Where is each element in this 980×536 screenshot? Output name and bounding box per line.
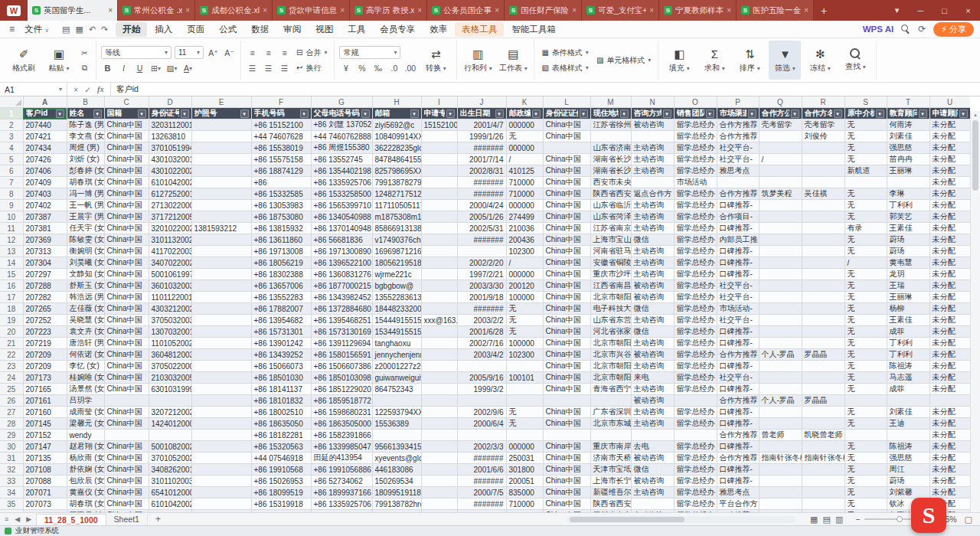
cell[interactable]: 留学总经办: [674, 464, 717, 476]
cell[interactable]: [802, 418, 844, 430]
cell[interactable]: 壳考留学: [802, 119, 844, 131]
filter-dropdown-icon[interactable]: ▾: [834, 109, 842, 118]
cell[interactable]: [759, 269, 802, 280]
cell[interactable]: 835000: [506, 487, 543, 498]
cell[interactable]: [421, 384, 457, 395]
cell[interactable]: 韩浩远 (男: [67, 292, 104, 303]
cell[interactable]: 340702200202202520: [149, 257, 191, 269]
cell[interactable]: 强思慈: [887, 142, 929, 154]
cell[interactable]: 主动咨询: [631, 257, 674, 269]
cell[interactable]: [191, 326, 251, 338]
cell[interactable]: 主动咨询: [631, 487, 674, 498]
cell[interactable]: 陕西省西安: [590, 498, 631, 510]
cell[interactable]: 207219: [23, 338, 67, 349]
cell[interactable]: [759, 418, 802, 430]
cell[interactable]: 2005/1/26: [457, 211, 506, 223]
cell[interactable]: China中国: [543, 407, 590, 418]
cell[interactable]: [674, 395, 717, 407]
cell[interactable]: 2005/9/16: [457, 372, 506, 384]
cell[interactable]: China中国: [104, 165, 149, 177]
cell[interactable]: 未分配: [929, 223, 970, 234]
cell[interactable]: 2003/4/2: [457, 349, 506, 361]
cell[interactable]: China中国: [543, 464, 590, 476]
cell[interactable]: 周煜 (男): [67, 142, 104, 154]
cell[interactable]: 630103199903020823: [149, 384, 191, 395]
cell[interactable]: [802, 384, 844, 395]
cell[interactable]: 被动咨询: [631, 453, 674, 464]
cell[interactable]: China中国: [104, 349, 149, 361]
copy-icon[interactable]: ⧉: [78, 62, 91, 74]
cell[interactable]: [802, 338, 844, 349]
cell[interactable]: [543, 142, 590, 154]
cell[interactable]: 1999/3/2: [457, 384, 506, 395]
header-cell[interactable]: 现住地址▾: [590, 108, 631, 119]
cell[interactable]: 留学总经办: [674, 119, 717, 131]
column-header-K[interactable]: K: [506, 96, 543, 108]
cell[interactable]: 重庆市南岸: [590, 441, 631, 453]
cell[interactable]: +86 1877000215: [311, 280, 372, 292]
tab-close-icon[interactable]: ×: [108, 6, 113, 15]
cell[interactable]: 207223: [23, 326, 67, 338]
cell[interactable]: 无: [844, 441, 887, 453]
cell[interactable]: 留学总经办: [674, 211, 717, 223]
cell[interactable]: [191, 200, 251, 211]
cell[interactable]: #######: [457, 453, 506, 464]
row-number[interactable]: 12: [0, 234, 23, 246]
cell[interactable]: 370503200302020020: [149, 315, 191, 326]
conditional-format-button[interactable]: ▦条件格式▾: [539, 47, 590, 59]
cell[interactable]: [759, 165, 802, 177]
cell[interactable]: 刘素佳: [887, 407, 929, 418]
cell[interactable]: [802, 361, 844, 372]
cell[interactable]: [887, 395, 929, 407]
cell[interactable]: China中国: [543, 372, 590, 384]
cell[interactable]: 彭春婷 (女: [67, 165, 104, 177]
cell[interactable]: [759, 372, 802, 384]
sheet-tab[interactable]: Sheet1: [106, 514, 148, 525]
cell[interactable]: 710000: [506, 177, 543, 188]
cell[interactable]: 口碑推荐-: [717, 464, 759, 476]
cell[interactable]: [372, 395, 421, 407]
cell[interactable]: 雅思考点: [717, 165, 759, 177]
cell[interactable]: 市场活动-: [717, 303, 759, 315]
cell[interactable]: [191, 487, 251, 498]
cell[interactable]: 未分配: [929, 372, 970, 384]
cell[interactable]: China中国: [104, 154, 149, 165]
column-header-F[interactable]: F: [251, 96, 311, 108]
cell[interactable]: 梁馨元 (女: [67, 418, 104, 430]
cell[interactable]: [759, 487, 802, 498]
cell[interactable]: 留学总经办: [674, 269, 717, 280]
menu-tab[interactable]: 视图: [309, 22, 340, 37]
cell[interactable]: 310110200312255069: [149, 476, 191, 487]
cell[interactable]: 无: [844, 498, 887, 510]
cell[interactable]: [631, 177, 674, 188]
filter-dropdown-icon[interactable]: ▾: [919, 109, 927, 118]
cell[interactable]: [802, 464, 844, 476]
cell[interactable]: [421, 361, 457, 372]
page-layout-view-icon[interactable]: ▤: [823, 515, 831, 525]
cell[interactable]: [759, 338, 802, 349]
cell[interactable]: China中国: [543, 453, 590, 464]
cell[interactable]: China中国: [104, 441, 149, 453]
cell[interactable]: 无: [844, 211, 887, 223]
cell[interactable]: [191, 303, 251, 315]
save-icon[interactable]: ▤: [62, 25, 70, 34]
cell[interactable]: China中国: [543, 338, 590, 349]
cell[interactable]: 207165: [23, 384, 67, 395]
cell[interactable]: +86 13657006: [251, 280, 311, 292]
filter-button[interactable]: ▼ 筛选 ▾: [769, 41, 801, 80]
cell[interactable]: China中国: [543, 188, 590, 200]
cell[interactable]: 207381: [23, 223, 67, 234]
cell[interactable]: 口碑推荐-: [717, 246, 759, 257]
cell[interactable]: 150269534: [372, 476, 421, 487]
wps-logo[interactable]: W: [0, 0, 28, 21]
cell[interactable]: [802, 326, 844, 338]
row-number[interactable]: 26: [0, 395, 23, 407]
cell[interactable]: [191, 234, 251, 246]
insert-function-icon[interactable]: fx: [97, 85, 104, 93]
header-cell[interactable]: 销售团队▾: [674, 108, 717, 119]
cell[interactable]: 主动咨询: [631, 269, 674, 280]
cell[interactable]: 北京市朝阳: [590, 292, 631, 303]
cell[interactable]: 135522836135522836: [372, 292, 421, 303]
tab-close-icon[interactable]: ×: [495, 6, 499, 15]
cell[interactable]: 留学总经办: [674, 303, 717, 315]
